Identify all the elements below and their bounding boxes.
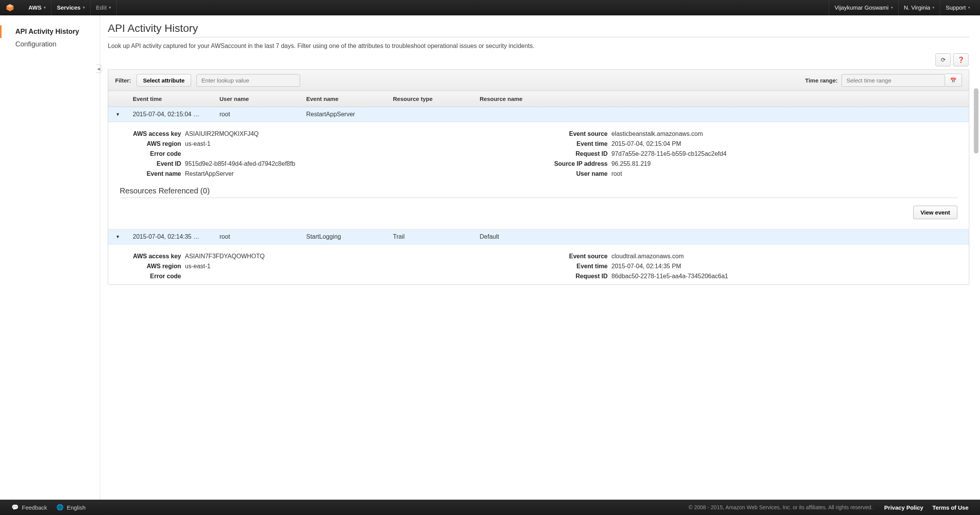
nav-edit[interactable]: Edit▾	[91, 0, 117, 15]
cell-resource-type: Trail	[388, 229, 474, 244]
detail-value: 2015-07-04, 02:15:04 PM	[612, 140, 681, 147]
cell-event-time: 2015-07-04, 02:15:04 …	[127, 107, 214, 122]
detail-value: 97d7a55e-2278-11e5-b559-cb125ac2efd4	[612, 150, 727, 157]
detail-key: AWS access key	[120, 253, 185, 260]
detail-value: root	[612, 170, 622, 177]
cell-user-name: root	[214, 107, 301, 122]
col-resource-type[interactable]: Resource type	[388, 91, 474, 107]
top-nav: AWS▾ Services▾ Edit▾ Vijaykumar Goswami▾…	[0, 0, 980, 15]
detail-key: Error code	[120, 150, 185, 157]
cell-resource-name: Default	[474, 229, 969, 244]
detail-key: Event time	[546, 140, 612, 147]
detail-key: Event time	[546, 263, 612, 270]
sidebar-item-configuration[interactable]: Configuration	[0, 38, 100, 51]
scrollbar-thumb[interactable]	[974, 88, 978, 154]
sidebar-item-api-activity-history[interactable]: API Activity History	[0, 25, 100, 38]
time-range-label: Time range:	[805, 77, 838, 84]
event-row[interactable]: ▼ 2015-07-04, 02:15:04 … root RestartApp…	[108, 107, 969, 122]
detail-value: ASIAIUIR2RMOQKIXFJ4Q	[185, 130, 259, 137]
event-detail: AWS access keyASIAIUIR2RMOQKIXFJ4Q AWS r…	[108, 122, 969, 229]
caret-down-icon: ▾	[932, 5, 934, 10]
col-event-time[interactable]: Event time	[127, 91, 214, 107]
detail-key: Event name	[120, 170, 185, 177]
refresh-button[interactable]: ⟳	[935, 53, 951, 66]
detail-value: us-east-1	[185, 140, 211, 147]
time-range-input[interactable]	[841, 74, 945, 87]
page-description: Look up API activity captured for your A…	[108, 43, 969, 50]
filter-label: Filter:	[115, 77, 131, 84]
caret-down-icon: ▾	[891, 5, 893, 10]
time-range-calendar-button[interactable]: 📅	[945, 74, 962, 87]
expand-toggle[interactable]: ▼	[108, 230, 127, 243]
detail-key: Event source	[546, 253, 612, 260]
detail-value: 96.255.81.219	[612, 160, 651, 167]
filter-bar: Filter: Select attribute Time range: 📅	[108, 70, 969, 91]
cell-resource-type	[388, 111, 474, 118]
aws-logo-icon[interactable]	[5, 2, 15, 13]
col-resource-name[interactable]: Resource name	[474, 91, 969, 107]
calendar-icon: 📅	[950, 78, 957, 83]
detail-key: Event ID	[120, 160, 185, 167]
caret-down-icon: ▾	[968, 5, 970, 10]
cell-event-name: StartLogging	[301, 229, 388, 244]
detail-value: 9515d9e2-b85f-49d4-afed-d7942c8ef8fb	[185, 160, 295, 167]
nav-support[interactable]: Support▾	[940, 0, 975, 15]
cell-event-time: 2015-07-04, 02:14:35 …	[127, 229, 214, 244]
table-header: Event time User name Event name Resource…	[108, 91, 969, 107]
events-panel: Filter: Select attribute Time range: 📅 E…	[108, 69, 969, 285]
cell-user-name: root	[214, 229, 301, 244]
detail-value: 86dbac50-2278-11e5-aa4a-7345206ac6a1	[612, 273, 728, 280]
cell-resource-name	[474, 111, 969, 118]
scrollbar[interactable]	[974, 88, 978, 500]
page-title: API Activity History	[108, 22, 969, 37]
resources-referenced-header: Resources Referenced (0)	[120, 187, 957, 198]
detail-value: ASIAIN7F3FDYAQOWHOTQ	[185, 253, 265, 260]
detail-value: cloudtrail.amazonaws.com	[612, 253, 684, 260]
cell-event-name: RestartAppServer	[301, 107, 388, 122]
caret-down-icon: ▾	[83, 5, 85, 10]
help-icon: ❓	[957, 56, 965, 63]
col-event-name[interactable]: Event name	[301, 91, 388, 107]
detail-key: Source IP address	[546, 160, 612, 167]
caret-down-icon: ▾	[44, 5, 46, 10]
event-detail: AWS access keyASIAIN7F3FDYAQOWHOTQ AWS r…	[108, 244, 969, 284]
detail-value: RestartAppServer	[185, 170, 234, 177]
detail-key: Event source	[546, 130, 612, 137]
filter-attribute-select[interactable]: Select attribute	[137, 74, 191, 87]
help-button[interactable]: ❓	[953, 53, 968, 66]
expand-toggle[interactable]: ▼	[108, 108, 127, 121]
detail-key: Request ID	[546, 150, 612, 157]
caret-down-icon: ▾	[109, 5, 111, 10]
detail-value: 2015-07-04, 02:14:35 PM	[612, 263, 681, 270]
filter-lookup-input[interactable]	[196, 74, 300, 87]
detail-key: AWS region	[120, 140, 185, 147]
event-row[interactable]: ▼ 2015-07-04, 02:14:35 … root StartLoggi…	[108, 229, 969, 244]
detail-key: User name	[546, 170, 612, 177]
nav-services[interactable]: Services▾	[51, 0, 91, 15]
detail-value: us-east-1	[185, 263, 211, 270]
refresh-icon: ⟳	[941, 56, 946, 63]
nav-user[interactable]: Vijaykumar Goswami▾	[829, 0, 898, 15]
nav-region[interactable]: N. Virginia▾	[898, 0, 940, 15]
detail-key: Request ID	[546, 273, 612, 280]
col-user-name[interactable]: User name	[214, 91, 301, 107]
view-event-button[interactable]: View event	[913, 206, 957, 219]
main-content: API Activity History Look up API activit…	[100, 15, 980, 500]
detail-value: elasticbeanstalk.amazonaws.com	[612, 130, 703, 137]
detail-key: Error code	[120, 273, 185, 280]
sidebar: API Activity History Configuration	[0, 15, 100, 500]
detail-key: AWS access key	[120, 130, 185, 137]
detail-key: AWS region	[120, 263, 185, 270]
nav-aws[interactable]: AWS▾	[23, 0, 51, 15]
